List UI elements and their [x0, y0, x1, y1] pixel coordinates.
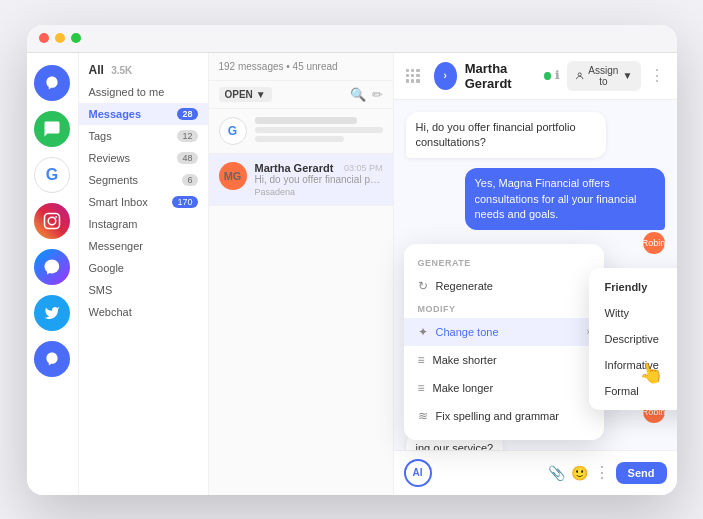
- modify-section-label: MODIFY: [404, 300, 604, 318]
- fix-spelling-item[interactable]: ≋ Fix spelling and grammar: [404, 402, 604, 430]
- tone-descriptive[interactable]: Descriptive: [589, 326, 677, 352]
- tone-friendly[interactable]: Friendly: [589, 274, 677, 300]
- conv-item-martha[interactable]: MG Martha Gerardt 03:05 PM Hi, do you of…: [209, 154, 393, 206]
- inbox-list: All 3.5K Assigned to me Messages 28 Tags…: [79, 53, 209, 495]
- grid-view-icon[interactable]: [406, 69, 420, 83]
- generate-section-label: GENERATE: [404, 254, 604, 272]
- tone-icon: ✦: [418, 325, 428, 339]
- open-filter-badge[interactable]: OPEN ▼: [219, 87, 272, 102]
- msg-row-outgoing-1: Yes, Magna Financial offers consultation…: [406, 168, 665, 254]
- conv-compose-icon[interactable]: ✏: [372, 87, 383, 102]
- spelling-icon: ≋: [418, 409, 428, 423]
- nav-button[interactable]: ›: [434, 62, 457, 90]
- longer-icon: ≡: [418, 381, 425, 395]
- svg-point-2: [55, 215, 57, 217]
- minimize-button[interactable]: [55, 33, 65, 43]
- conversation-list: 192 messages • 45 unread OPEN ▼ 🔍 ✏ G: [209, 53, 394, 495]
- messenger-app-icon[interactable]: [34, 249, 70, 285]
- inbox-item-messenger[interactable]: Messenger: [79, 235, 208, 257]
- inbox-item-messages[interactable]: Messages 28: [79, 103, 208, 125]
- chat-panel: › Martha Gerardt ℹ Assign to ▼ ⋮: [394, 53, 677, 495]
- online-status-dot: [544, 72, 550, 80]
- chat-input-bar: AI 📎 🙂 ⋮ Send: [394, 450, 677, 495]
- inbox-item-webchat[interactable]: Webchat: [79, 301, 208, 323]
- inbox-header: All 3.5K: [79, 53, 208, 81]
- maximize-button[interactable]: [71, 33, 81, 43]
- sendio-app-icon[interactable]: [34, 341, 70, 377]
- shorter-icon: ≡: [418, 353, 425, 367]
- inbox-item-tags[interactable]: Tags 12: [79, 125, 208, 147]
- chat-input-actions: 📎 🙂 ⋮: [548, 463, 610, 482]
- brand-logo-icon[interactable]: [34, 65, 70, 101]
- inbox-item-sms[interactable]: SMS: [79, 279, 208, 301]
- tone-submenu: Friendly Witty Descriptive Informative F…: [589, 268, 677, 410]
- cursor-hand: 👆: [637, 359, 666, 387]
- title-bar: [27, 25, 677, 53]
- conv-info-google: [255, 117, 383, 142]
- conv-info-martha: Martha Gerardt 03:05 PM Hi, do you offer…: [255, 162, 383, 197]
- inbox-item-assigned[interactable]: Assigned to me: [79, 81, 208, 103]
- info-icon[interactable]: ℹ: [555, 69, 559, 82]
- inbox-item-segments[interactable]: Segments 6: [79, 169, 208, 191]
- assign-button[interactable]: Assign to ▼: [567, 61, 641, 91]
- conv-avatar-martha: MG: [219, 162, 247, 190]
- sidebar-icons: G: [27, 53, 79, 495]
- msg-row-incoming-1: Hi, do you offer financial portfolio con…: [406, 112, 665, 159]
- emoji-icon[interactable]: 🙂: [571, 465, 588, 481]
- chat-contact-name: Martha Gerardt ℹ: [465, 61, 559, 91]
- inbox-item-instagram[interactable]: Instagram: [79, 213, 208, 235]
- agent-avatar-1: Robin: [643, 232, 665, 254]
- conv-list-header: 192 messages • 45 unread: [209, 53, 393, 81]
- more-options-icon[interactable]: ⋮: [649, 66, 665, 85]
- tone-witty[interactable]: Witty: [589, 300, 677, 326]
- msg-bubble-outgoing-1: Yes, Magna Financial offers consultation…: [465, 168, 665, 230]
- regenerate-item[interactable]: ↻ Regenerate: [404, 272, 604, 300]
- svg-rect-0: [45, 213, 60, 228]
- conv-search-icon[interactable]: 🔍: [350, 87, 366, 102]
- send-button[interactable]: Send: [616, 462, 667, 484]
- app-window: G: [27, 25, 677, 495]
- conv-avatar-google: G: [219, 117, 247, 145]
- attachment-icon[interactable]: 📎: [548, 465, 565, 481]
- svg-point-1: [48, 217, 56, 225]
- google-app-icon[interactable]: G: [34, 157, 70, 193]
- chat-header: › Martha Gerardt ℹ Assign to ▼ ⋮: [394, 53, 677, 100]
- instagram-app-icon[interactable]: [34, 203, 70, 239]
- conv-filter-bar: OPEN ▼ 🔍 ✏: [209, 81, 393, 109]
- ai-toggle-button[interactable]: AI: [404, 459, 432, 487]
- inbox-item-reviews[interactable]: Reviews 48: [79, 147, 208, 169]
- inbox-item-google[interactable]: Google: [79, 257, 208, 279]
- main-content: G: [27, 53, 677, 495]
- close-button[interactable]: [39, 33, 49, 43]
- make-shorter-item[interactable]: ≡ Make shorter: [404, 346, 604, 374]
- msg-bubble-incoming-1: Hi, do you offer financial portfolio con…: [406, 112, 606, 159]
- chat-header-actions: Assign to ▼ ⋮: [567, 61, 665, 91]
- ai-popup: GENERATE ↻ Regenerate MODIFY ✦ Change to…: [404, 244, 604, 440]
- regenerate-icon: ↻: [418, 279, 428, 293]
- inbox-item-smart-inbox[interactable]: Smart Inbox 170: [79, 191, 208, 213]
- messages-app-icon[interactable]: [34, 111, 70, 147]
- conv-item-google[interactable]: G: [209, 109, 393, 154]
- change-tone-item[interactable]: ✦ Change tone ›: [404, 318, 604, 346]
- make-longer-item[interactable]: ≡ Make longer: [404, 374, 604, 402]
- svg-point-3: [578, 72, 581, 75]
- more-icon[interactable]: ⋮: [594, 463, 610, 482]
- twitter-app-icon[interactable]: [34, 295, 70, 331]
